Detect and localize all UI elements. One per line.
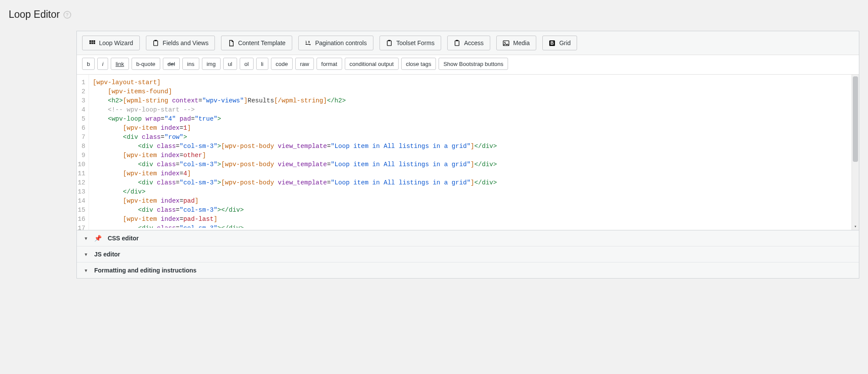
quicktag-conditional-output[interactable]: conditional output (345, 58, 399, 70)
code-line[interactable]: <div class="col-sm-3">[wpv-post-body vie… (92, 142, 855, 151)
svg-rect-13 (456, 40, 459, 41)
loop-editor-panel: Loop WizardFields and ViewsContent Templ… (76, 31, 859, 279)
access-button[interactable]: Access (447, 36, 490, 50)
code-line[interactable]: <div class="row"> (92, 133, 855, 142)
svg-rect-4 (91, 42, 93, 44)
fields-and-views-button[interactable]: Fields and Views (146, 36, 215, 50)
code-line[interactable]: [wpv-item index=1] (92, 124, 855, 133)
shortcode-toolbar: Loop WizardFields and ViewsContent Templ… (77, 31, 859, 55)
quicktag-raw[interactable]: raw (295, 58, 314, 70)
code-editor[interactable]: 1234567891011121314151617 [wpv-layout-st… (77, 75, 859, 230)
clipboard-icon (386, 39, 393, 46)
grid-icon (89, 39, 96, 46)
code-content[interactable]: [wpv-layout-start] [wpv-items-found] <h2… (89, 75, 859, 230)
line-number: 7 (78, 133, 86, 142)
chevron-down-icon: ▼ (84, 236, 88, 241)
code-line[interactable]: <div class="col-sm-3">[wpv-post-body vie… (92, 160, 855, 169)
line-number: 13 (78, 187, 86, 197)
pagination-icon: 19 (305, 39, 312, 46)
quicktag-Show-Bootstrap-buttons[interactable]: Show Bootstrap buttons (439, 58, 508, 70)
clipboard-icon (152, 39, 159, 46)
quicktag-format[interactable]: format (317, 58, 342, 70)
line-number: 9 (78, 151, 86, 160)
quicktag-b-quote[interactable]: b-quote (132, 58, 160, 70)
quicktag-close-tags[interactable]: close tags (401, 58, 436, 70)
line-number: 3 (78, 96, 86, 105)
code-line[interactable]: </div> (92, 187, 855, 197)
page-title: Loop Editor ? (9, 9, 859, 20)
page-title-text: Loop Editor (9, 9, 60, 20)
quicktag-code[interactable]: code (271, 58, 293, 70)
quicktag-toolbar: bilinkb-quotedelinsimgulollicoderawforma… (77, 55, 859, 75)
line-number: 10 (78, 160, 86, 169)
svg-rect-6 (154, 40, 158, 45)
code-line[interactable]: [wpv-item index=pad] (92, 197, 855, 206)
line-number: 5 (78, 115, 86, 124)
code-line[interactable]: <div class="col-sm-3"></div> (92, 224, 855, 228)
line-number: 15 (78, 206, 86, 215)
quicktag-ins[interactable]: ins (182, 58, 199, 70)
help-icon[interactable]: ? (63, 11, 71, 19)
code-line[interactable]: [wpv-item index=other] (92, 151, 855, 160)
scroll-thumb[interactable] (853, 76, 858, 162)
quicktag-ul[interactable]: ul (223, 58, 237, 70)
line-number: 16 (78, 215, 86, 224)
line-number: 2 (78, 87, 86, 96)
line-number: 14 (78, 197, 86, 206)
quicktag-del[interactable]: del (163, 58, 180, 70)
svg-rect-0 (89, 40, 91, 42)
quicktag-ol[interactable]: ol (240, 58, 254, 70)
toolset-forms-button[interactable]: Toolset Forms (380, 36, 441, 50)
line-number: 4 (78, 105, 86, 115)
chevron-down-icon: ▼ (84, 252, 88, 257)
code-line[interactable]: <wpv-loop wrap="4" pad="true"> (92, 115, 855, 124)
vertical-scrollbar[interactable]: ▴ ▾ (851, 75, 859, 230)
chevron-down-icon: ▼ (84, 268, 88, 273)
js-editor-label: JS editor (94, 251, 120, 258)
code-line[interactable]: <div class="col-sm-3"></div> (92, 206, 855, 215)
code-line[interactable]: <!-- wpv-loop-start --> (92, 105, 855, 115)
button-label: Pagination controls (315, 39, 367, 46)
line-number: 8 (78, 142, 86, 151)
media-button[interactable]: Media (496, 36, 536, 50)
content-template-button[interactable]: Content Template (221, 36, 292, 50)
line-number: 1 (78, 78, 86, 87)
svg-rect-2 (93, 40, 95, 42)
bold-b-icon: B (549, 39, 556, 46)
js-editor-toggle[interactable]: ▼ JS editor (77, 246, 859, 262)
svg-rect-5 (93, 42, 95, 44)
button-label: Content Template (238, 39, 285, 46)
loop-wizard-button[interactable]: Loop Wizard (82, 36, 140, 50)
line-number: 12 (78, 178, 86, 187)
document-icon (228, 39, 234, 46)
code-line[interactable]: [wpv-layout-start] (92, 78, 855, 87)
code-line[interactable]: <div class="col-sm-3">[wpv-post-body vie… (92, 178, 855, 187)
code-line[interactable]: <h2>[wpml-string context="wpv-views"]Res… (92, 96, 855, 105)
quicktag-li[interactable]: li (256, 58, 268, 70)
svg-rect-1 (91, 40, 93, 42)
button-label: Fields and Views (163, 39, 209, 46)
css-editor-label: CSS editor (108, 235, 139, 242)
formatting-instructions-toggle[interactable]: ▼ Formatting and editing instructions (77, 262, 859, 278)
button-label: Grid (559, 39, 571, 46)
grid-button[interactable]: BGrid (542, 36, 577, 50)
quicktag-b[interactable]: b (82, 58, 95, 70)
quicktag-link[interactable]: link (111, 58, 129, 70)
pagination-controls-button[interactable]: 19Pagination controls (298, 36, 373, 50)
quicktag-img[interactable]: img (202, 58, 221, 70)
code-line[interactable]: [wpv-item index=4] (92, 169, 855, 178)
code-line[interactable]: [wpv-items-found] (92, 87, 855, 96)
page-root: Loop Editor ? Loop WizardFields and View… (0, 0, 868, 287)
button-label: Loop Wizard (99, 39, 133, 46)
quicktag-i[interactable]: i (97, 58, 108, 70)
scroll-down-arrow[interactable]: ▾ (852, 223, 859, 230)
button-label: Toolset Forms (396, 39, 435, 46)
line-number: 6 (78, 124, 86, 133)
svg-text:9: 9 (308, 40, 310, 43)
svg-rect-12 (455, 40, 459, 45)
line-number: 11 (78, 169, 86, 178)
formatting-instructions-label: Formatting and editing instructions (94, 267, 197, 274)
code-line[interactable]: [wpv-item index=pad-last] (92, 215, 855, 224)
css-editor-toggle[interactable]: ▼ 📌 CSS editor (77, 230, 859, 246)
gutter: 1234567891011121314151617 (77, 75, 89, 230)
